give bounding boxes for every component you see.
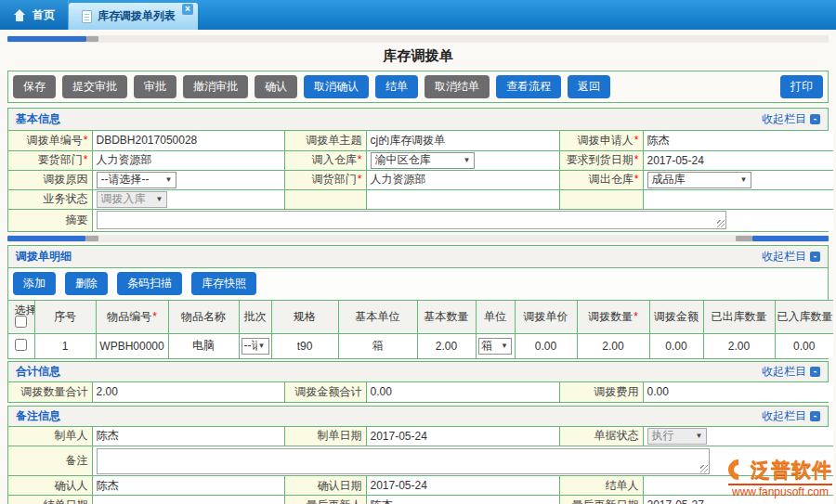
back-button[interactable]: 返回 [568, 75, 610, 98]
top-tab-bar: 首页 库存调拨单列表 × [0, 0, 836, 30]
chevron-down-icon: ▼ [464, 156, 471, 164]
tab-home-label: 首页 [33, 7, 55, 23]
confirmer-value: 陈杰 [92, 476, 284, 496]
submit-approval-button[interactable]: 提交审批 [62, 75, 127, 98]
tab-close-icon[interactable]: × [182, 4, 193, 15]
confirm-date-label: 确认日期 [284, 476, 366, 496]
detail-title: 调拨单明细 [16, 249, 72, 265]
cancel-confirm-button[interactable]: 取消确认 [304, 75, 369, 98]
col-item-no: 物品编号* [96, 301, 168, 334]
add-row-button[interactable]: 添加 [13, 272, 56, 295]
chevron-down-icon: ▼ [740, 175, 748, 184]
cell-item-name: 电脑 [168, 334, 239, 358]
cell-amount: 0.00 [649, 334, 703, 358]
basic-collapse-link[interactable]: 收起栏目 - [762, 111, 820, 127]
chevron-down-icon: ▼ [696, 432, 703, 440]
note-label: 备注 [8, 446, 92, 476]
last-update-date-label: 最后更新日期 [559, 496, 643, 504]
note-textarea[interactable] [97, 448, 710, 474]
page-title: 库存调拨单 [0, 43, 836, 71]
barcode-scan-button[interactable]: 条码扫描 [117, 272, 182, 295]
amount-total-label: 调拨金额合计 [284, 382, 366, 402]
remarks-title: 备注信息 [16, 408, 60, 424]
col-unit: 单位 [476, 301, 515, 334]
collapse-icon: - [810, 114, 820, 124]
request-dept-value: 人力资源部 [92, 150, 284, 170]
subject-value: cj的库存调拨单 [366, 131, 559, 150]
delete-row-button[interactable]: 删除 [65, 272, 108, 295]
cell-item-no: WPBH00000 [96, 334, 168, 358]
tab-transfer-order-list[interactable]: 库存调拨单列表 × [69, 3, 198, 30]
detail-section: 调拨单明细 收起栏目 - 添加 删除 条码扫描 库存快照 选择 序号 物品编号*… [7, 245, 829, 359]
document-icon [82, 10, 92, 23]
order-no-value: DBDBH2017050028 [92, 131, 284, 150]
detail-collapse-link[interactable]: 收起栏目 - [762, 249, 820, 265]
top-horizontal-scrollbar [7, 35, 829, 43]
last-updater-label: 最后更新人 [284, 496, 366, 504]
totals-title: 合计信息 [16, 364, 60, 380]
top-scroll-thumb-end[interactable] [86, 36, 98, 42]
confirm-date-value: 2017-05-24 [366, 476, 559, 496]
cancel-close-order-button[interactable]: 取消结单 [425, 75, 490, 98]
mid-scroll-thumb-left-end[interactable] [85, 236, 98, 241]
col-select: 选择 [8, 301, 34, 334]
collapse-icon: - [810, 411, 820, 421]
print-button[interactable]: 打印 [780, 75, 823, 98]
revoke-approval-button[interactable]: 撤消审批 [183, 75, 248, 98]
tab-home[interactable]: 首页 [0, 0, 69, 30]
select-all-checkbox[interactable] [15, 316, 27, 328]
qty-total-value: 2.00 [92, 382, 284, 402]
col-spec: 规格 [271, 301, 338, 334]
supply-dept-value: 人力资源部 [366, 170, 559, 189]
collapse-icon: - [810, 252, 820, 262]
fee-value: 0.00 [643, 382, 833, 402]
in-warehouse-select[interactable]: 渝中区仓库▼ [371, 152, 475, 169]
create-date-label: 制单日期 [284, 427, 366, 446]
mid-horizontal-scrollbar [7, 235, 829, 242]
col-item-name: 物品名称 [168, 301, 239, 334]
creator-label: 制单人 [8, 427, 92, 446]
summary-textarea[interactable] [97, 211, 726, 229]
close-order-button[interactable]: 结单 [375, 75, 418, 98]
out-warehouse-select[interactable]: 成品库▼ [647, 172, 751, 188]
closer-label: 结单人 [559, 476, 643, 496]
approve-button[interactable]: 审批 [134, 75, 176, 98]
confirm-button[interactable]: 确认 [255, 75, 297, 98]
unit-select[interactable]: 箱▼ [478, 338, 512, 355]
last-updater-value: 陈杰 [366, 496, 559, 504]
request-dept-label: 要货部门* [8, 150, 92, 170]
reason-select[interactable]: --请选择--▼ [97, 172, 176, 188]
doc-status-label: 单据状态 [559, 427, 643, 446]
cell-in-qty: 0.00 [775, 334, 833, 358]
chevron-down-icon: ▼ [258, 342, 266, 350]
tab-active-label: 库存调拨单列表 [98, 8, 176, 24]
totals-collapse-link[interactable]: 收起栏目 - [762, 364, 820, 380]
batch-select[interactable]: --请选择--▼ [242, 338, 269, 355]
subject-label: 调拨单主题 [284, 131, 366, 150]
biz-status-select: 调拨入库▼ [97, 191, 167, 208]
col-seq: 序号 [34, 301, 96, 334]
row-checkbox[interactable] [15, 339, 27, 351]
top-scroll-thumb[interactable] [7, 36, 86, 42]
mid-scroll-thumb-right[interactable] [752, 236, 829, 241]
table-row: 1 WPBH00000 电脑 --请选择--▼ t90 箱 2.00 箱▼ 0.… [8, 334, 833, 358]
remarks-section: 备注信息 收起栏目 - 制单人 陈杰 制单日期 2017-05-24 单据状态 … [7, 406, 829, 504]
chevron-down-icon: ▼ [156, 195, 163, 203]
view-flow-button[interactable]: 查看流程 [496, 75, 561, 98]
home-icon [13, 9, 27, 21]
cell-price: 0.00 [515, 334, 577, 358]
cell-spec: t90 [271, 334, 338, 358]
col-qty: 调拨数量* [577, 301, 649, 334]
chevron-down-icon: ▼ [165, 175, 173, 184]
biz-status-label: 业务状态 [8, 189, 92, 209]
creator-value: 陈杰 [92, 427, 284, 446]
mid-scroll-thumb-left[interactable] [7, 236, 85, 241]
summary-label: 摘要 [8, 209, 92, 231]
mid-scroll-thumb-right-end[interactable] [736, 236, 752, 241]
col-amount: 调拨金额 [649, 301, 703, 334]
save-button[interactable]: 保存 [13, 75, 56, 98]
fee-label: 调拨费用 [559, 382, 643, 402]
remarks-collapse-link[interactable]: 收起栏目 - [762, 408, 820, 424]
cell-base-qty: 2.00 [417, 334, 476, 358]
stock-snapshot-button[interactable]: 库存快照 [191, 272, 256, 295]
